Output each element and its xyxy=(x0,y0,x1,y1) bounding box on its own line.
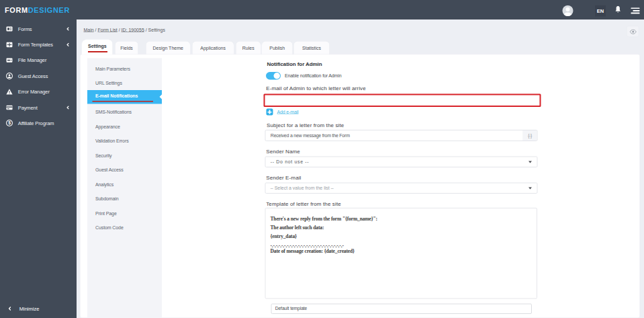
svg-text:$: $ xyxy=(8,120,11,126)
